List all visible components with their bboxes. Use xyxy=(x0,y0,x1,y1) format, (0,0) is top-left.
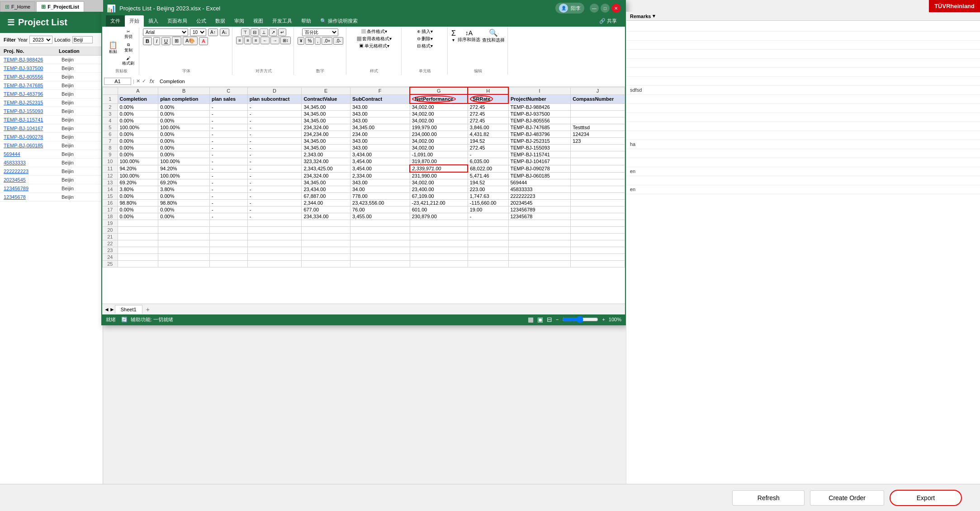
table-cell[interactable] xyxy=(118,247,158,254)
table-cell[interactable] xyxy=(302,261,350,267)
table-cell[interactable]: TEMP-BJ-155093 xyxy=(508,145,571,151)
ribbon-tab-file[interactable]: 文件 xyxy=(106,15,125,27)
table-cell[interactable] xyxy=(247,234,302,240)
table-cell[interactable]: 34,345.00 xyxy=(302,111,350,117)
table-cell[interactable] xyxy=(350,240,410,247)
table-cell[interactable]: 234,000.00 xyxy=(410,131,468,138)
table-cell[interactable] xyxy=(209,240,247,247)
increase-indent-button[interactable]: → xyxy=(270,37,279,44)
scroll-sheets-left[interactable]: ◄ xyxy=(104,306,109,313)
close-button[interactable]: ✕ xyxy=(611,4,620,13)
table-cell[interactable] xyxy=(508,247,571,254)
find-button[interactable]: 🔍查找和选择 xyxy=(482,28,505,43)
align-bottom-button[interactable]: ⊥ xyxy=(260,28,268,36)
add-sheet-button[interactable]: + xyxy=(143,305,152,314)
table-cell[interactable]: - xyxy=(209,145,247,151)
table-cell[interactable]: 343.00 xyxy=(350,117,410,124)
formula-input[interactable]: Completion xyxy=(158,78,623,84)
list-item[interactable]: 123456789Beijin xyxy=(0,184,103,193)
list-item[interactable] xyxy=(626,41,980,50)
table-cell[interactable]: - xyxy=(247,213,302,220)
table-cell[interactable]: TEMP-BJ-988426 xyxy=(508,103,571,111)
table-cell[interactable]: 5,471.46 xyxy=(468,172,508,179)
tab-home[interactable]: ⊞ F_Home xyxy=(0,1,35,12)
table-cell[interactable]: 0.00% xyxy=(118,103,158,111)
table-cell[interactable] xyxy=(571,200,625,206)
table-cell[interactable]: 0.00% xyxy=(118,193,158,200)
table-cell[interactable] xyxy=(571,145,625,151)
zoom-plus[interactable]: + xyxy=(602,317,605,322)
table-cell[interactable]: 343.00 xyxy=(350,111,410,117)
list-item[interactable] xyxy=(626,176,980,185)
user-info[interactable]: 👤 阳李 xyxy=(555,3,584,14)
table-cell[interactable]: 194.52 xyxy=(468,179,508,186)
table-cell[interactable]: 778.00 xyxy=(350,193,410,200)
table-cell[interactable]: 234,334.00 xyxy=(302,213,350,220)
merge-button[interactable]: ⊞↕ xyxy=(280,37,291,44)
share-button[interactable]: 🔗 共享 xyxy=(595,15,621,27)
decrease-font-button[interactable]: A↓ xyxy=(220,28,230,36)
col-D-header[interactable]: D xyxy=(247,87,302,94)
table-cell[interactable]: - xyxy=(247,200,302,206)
table-cell[interactable] xyxy=(571,261,625,267)
page-break-view-button[interactable]: ⊟ xyxy=(547,316,552,323)
list-item[interactable] xyxy=(626,95,980,104)
table-cell[interactable] xyxy=(118,234,158,240)
sheet-tab-1[interactable]: Sheet1 xyxy=(115,305,142,314)
header-project-number[interactable]: ProjectNumber xyxy=(508,94,571,103)
table-cell[interactable]: 0.00% xyxy=(118,138,158,145)
table-cell[interactable]: - xyxy=(209,124,247,131)
table-cell[interactable]: - xyxy=(209,206,247,213)
cancel-formula-icon[interactable]: ✕ xyxy=(136,78,140,84)
confirm-formula-icon[interactable]: ✓ xyxy=(142,78,146,84)
header-plan-subcontract[interactable]: plan subcontract xyxy=(247,94,302,103)
table-cell[interactable]: TEMP-BJ-805556 xyxy=(508,117,571,124)
table-cell[interactable]: 34,002.00 xyxy=(410,179,468,186)
table-cell[interactable]: - xyxy=(247,138,302,145)
table-cell[interactable]: TEMP-BJ-060185 xyxy=(508,172,571,179)
table-cell[interactable]: 234.00 xyxy=(350,131,410,138)
table-cell[interactable] xyxy=(247,254,302,261)
table-cell[interactable] xyxy=(508,227,571,234)
table-cell[interactable]: 234,234.00 xyxy=(302,131,350,138)
table-cell[interactable]: 2,343.00 xyxy=(302,151,350,158)
ribbon-tab-home[interactable]: 开始 xyxy=(125,15,144,27)
list-item[interactable]: 222222223Beijin xyxy=(0,167,103,176)
list-item[interactable] xyxy=(626,59,980,68)
table-cell[interactable]: 94.20% xyxy=(158,165,210,172)
table-cell[interactable] xyxy=(571,234,625,240)
list-item[interactable]: TEMP-BJ-483796Beijin xyxy=(0,90,103,98)
table-cell[interactable]: 100.00% xyxy=(118,158,158,165)
list-item[interactable]: TEMP-BJ-747685Beijin xyxy=(0,81,103,90)
table-cell[interactable]: 12345678 xyxy=(508,213,571,220)
table-cell[interactable]: - xyxy=(209,138,247,145)
table-cell[interactable]: 123456789 xyxy=(508,206,571,213)
table-cell[interactable] xyxy=(350,261,410,267)
table-cell[interactable]: 0.00% xyxy=(158,206,210,213)
font-color-button[interactable]: A xyxy=(199,37,208,45)
table-cell[interactable] xyxy=(571,220,625,227)
table-cell[interactable]: 222222223 xyxy=(508,193,571,200)
col-E-header[interactable]: E xyxy=(302,87,350,94)
table-cell[interactable]: 69.20% xyxy=(118,179,158,186)
currency-button[interactable]: ¥ xyxy=(298,37,305,45)
page-layout-view-button[interactable]: ▣ xyxy=(537,316,543,323)
list-item[interactable]: 20234545Beijin xyxy=(0,176,103,184)
table-cell[interactable]: 601.00 xyxy=(410,206,468,213)
table-cell[interactable] xyxy=(158,247,210,254)
table-cell[interactable]: 0.00% xyxy=(118,111,158,117)
table-cell[interactable] xyxy=(158,240,210,247)
table-cell[interactable] xyxy=(468,240,508,247)
list-item[interactable]: TEMP-BJ-060185Beijin xyxy=(0,141,103,150)
list-item[interactable] xyxy=(626,158,980,167)
table-cell[interactable] xyxy=(571,193,625,200)
comma-button[interactable]: , xyxy=(315,37,321,45)
table-cell[interactable] xyxy=(158,220,210,227)
scroll-sheets-right[interactable]: ► xyxy=(109,306,115,313)
table-cell[interactable] xyxy=(571,158,625,165)
table-cell[interactable] xyxy=(158,227,210,234)
table-cell[interactable] xyxy=(118,261,158,267)
ribbon-tab-search[interactable]: 🔍 操作说明搜索 xyxy=(316,15,362,27)
font-family-select[interactable]: Arial xyxy=(143,28,188,36)
sort-button[interactable]: ↕A排序和筛选 xyxy=(458,29,480,43)
